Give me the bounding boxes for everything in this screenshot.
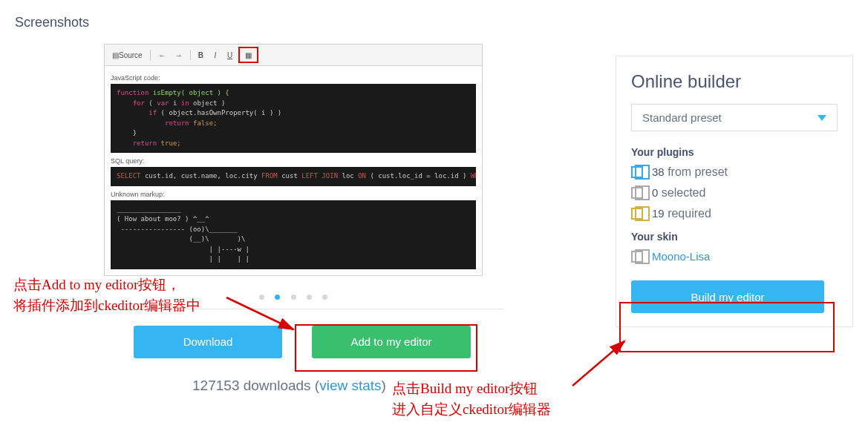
undo-button[interactable]: ← (154, 48, 169, 62)
skin-link[interactable]: Moono-Lisa (652, 250, 710, 263)
editor-toolbar: ▤ Source ← → B I U ▦ (105, 45, 482, 66)
stack-icon (631, 187, 643, 199)
italic-button[interactable]: I (209, 48, 221, 62)
unknown-label: Unknown markup: (111, 191, 476, 198)
skin-row: Moono-Lisa (631, 250, 838, 263)
plugins-title: Your plugins (631, 146, 838, 158)
preset-value: Standard preset (642, 111, 722, 124)
sql-code-block: SELECT cust.id, cust.name, loc.city FROM… (111, 167, 476, 186)
js-label: JavaScript code: (111, 74, 476, 82)
highlighted-toolbar-button[interactable]: ▦ (238, 47, 258, 63)
redo-button[interactable]: → (172, 48, 186, 62)
source-button[interactable]: ▤ Source (108, 48, 146, 62)
screenshot-preview: ▤ Source ← → B I U ▦ JavaScript code: fu… (104, 44, 483, 276)
stack-icon (631, 208, 643, 220)
pager-dot-active[interactable] (275, 295, 280, 300)
stack-icon (631, 251, 643, 263)
download-button[interactable]: Download (134, 326, 282, 358)
editor-content: JavaScript code: function isEmpty( objec… (105, 66, 482, 275)
view-stats-link[interactable]: view stats (319, 378, 381, 393)
code-icon: ▦ (241, 48, 255, 62)
annotation-right: 点击Build my editor按钮 进入自定义ckeditor编辑器 (392, 378, 551, 419)
online-builder-panel: Online builder Standard preset Your plug… (616, 56, 853, 327)
builder-title: Online builder (631, 71, 838, 92)
pager-dot[interactable] (307, 295, 312, 300)
sql-label: SQL query: (111, 157, 476, 165)
js-code-block: function isEmpty( object ) { for ( var i… (111, 84, 476, 153)
pager-dot[interactable] (322, 295, 327, 300)
plugins-selected: 0 selected (631, 186, 838, 200)
pager-dot[interactable] (291, 295, 296, 300)
preset-select[interactable]: Standard preset (631, 104, 838, 131)
plugins-required: 19 required (631, 207, 838, 220)
ascii-block: ________________ ( How about moo? ) ^__^… (111, 200, 476, 269)
pager-dot[interactable] (259, 295, 264, 300)
build-editor-button[interactable]: Build my editor (631, 280, 824, 313)
download-count: 127153 (192, 378, 239, 393)
add-to-editor-button[interactable]: Add to my editor (312, 326, 471, 358)
stack-icon (631, 166, 643, 178)
underline-button[interactable]: U (223, 48, 236, 62)
plugins-from-preset: 38 from preset (631, 165, 838, 179)
skin-title: Your skin (631, 231, 838, 243)
annotation-left: 点击Add to my editor按钮， 将插件添加到ckeditor编辑器中 (13, 274, 200, 315)
bold-button[interactable]: B (195, 48, 207, 62)
section-title: Screenshots (15, 15, 593, 30)
chevron-down-icon (818, 115, 826, 121)
